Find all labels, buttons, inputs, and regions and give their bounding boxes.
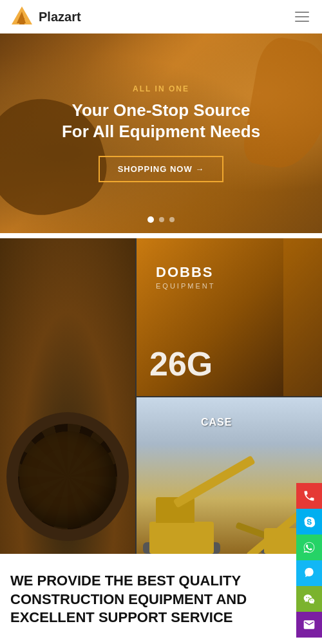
hero-dots <box>147 216 175 223</box>
excavator1-body <box>149 522 214 554</box>
logo-icon <box>10 5 33 28</box>
dobbs-label: DOBBS <box>156 264 213 281</box>
image-left-panel <box>0 238 135 554</box>
skype-button[interactable] <box>296 509 322 535</box>
hamburger-menu[interactable] <box>292 9 312 24</box>
image-grid: DOBBS EQUIPMENT 26G CASE <box>0 238 322 554</box>
equipment-number: 26G <box>149 345 213 383</box>
header: Plazart <box>0 0 322 33</box>
whatsapp-button[interactable] <box>296 535 322 560</box>
logo-text: Plazart <box>39 10 81 24</box>
wechat-button[interactable] <box>296 586 322 612</box>
hero-cta-button[interactable]: SHOPPING NOW → <box>99 156 224 182</box>
image-grid-wrapper: DOBBS EQUIPMENT 26G CASE <box>0 238 322 554</box>
dobbs-sublabel: EQUIPMENT <box>156 282 215 290</box>
text-section: WE PROVIDE THE BEST QUALITY CONSTRUCTION… <box>0 554 322 638</box>
image-right-bottom: CASE <box>137 397 322 554</box>
hero-title: Your One-Stop Source For All Equipment N… <box>58 100 264 142</box>
email-button[interactable] <box>296 612 322 638</box>
hero-eyebrow: ALL IN ONE <box>58 84 264 93</box>
section-heading: WE PROVIDE THE BEST QUALITY CONSTRUCTION… <box>10 572 312 627</box>
case-label: CASE <box>201 417 232 428</box>
image-right-top: DOBBS EQUIPMENT 26G <box>137 238 322 396</box>
dot-2[interactable] <box>159 217 164 222</box>
hero-section: ALL IN ONE Your One-Stop Source For All … <box>0 33 322 233</box>
phone-button[interactable] <box>296 483 322 509</box>
tire-image <box>6 412 129 541</box>
side-buttons <box>296 483 322 638</box>
dot-3[interactable] <box>169 217 175 222</box>
dot-1[interactable] <box>147 216 154 223</box>
svg-rect-2 <box>19 18 24 24</box>
logo-area: Plazart <box>10 5 81 28</box>
hero-content: ALL IN ONE Your One-Stop Source For All … <box>58 84 264 182</box>
qq-button[interactable] <box>296 560 322 586</box>
